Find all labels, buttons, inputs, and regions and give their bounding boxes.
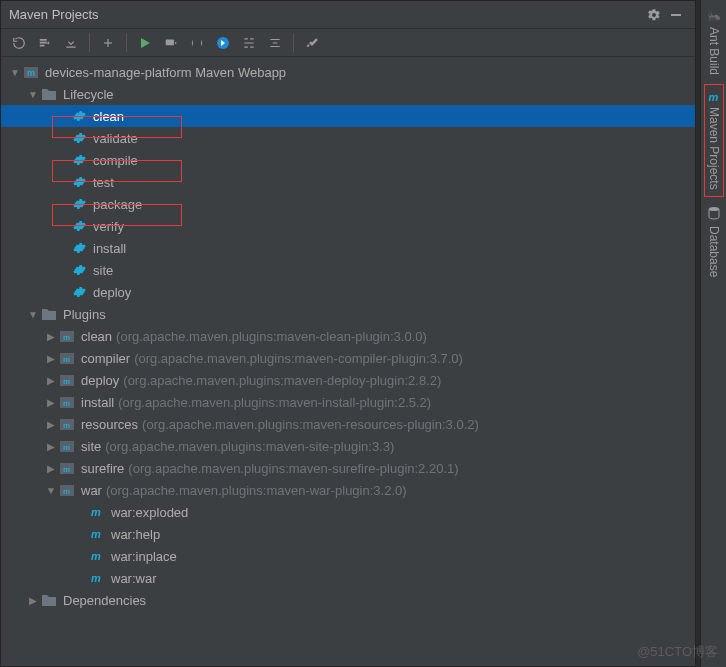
plugin-name: resources [81,417,138,432]
toggle-offline-icon[interactable] [185,31,209,55]
lifecycle-goal-clean[interactable]: ▼ clean [1,105,695,127]
maven-module-icon: m [23,64,39,80]
goal-label: verify [93,219,124,234]
lifecycle-goal-compile[interactable]: ▼ compile [1,149,695,171]
folder-icon [41,86,57,102]
goal-label: package [93,197,142,212]
lifecycle-label: Lifecycle [63,87,114,102]
dependencies-label: Dependencies [63,593,146,608]
gear-icon [71,152,87,168]
generate-sources-icon[interactable] [33,31,57,55]
lifecycle-node[interactable]: ▼ Lifecycle [1,83,695,105]
show-dependencies-icon[interactable] [237,31,261,55]
svg-text:m: m [63,465,70,474]
maven-projects-panel: Maven Projects ▼ m devices-mana [0,0,696,667]
folder-icon [41,592,57,608]
expand-arrow-icon[interactable]: ▶ [45,374,57,386]
expand-arrow-icon[interactable]: ▶ [45,462,57,474]
panel-title: Maven Projects [9,7,99,22]
plugin-detail: (org.apache.maven.plugins:maven-war-plug… [106,483,407,498]
panel-titlebar: Maven Projects [1,1,695,29]
svg-text:m: m [63,487,70,496]
expand-arrow-icon[interactable]: ▼ [45,484,57,496]
expand-arrow-icon[interactable]: ▶ [45,440,57,452]
svg-text:m: m [63,333,70,342]
right-tab-maven-projects[interactable]: m Maven Projects [705,85,723,196]
toolbar-separator [293,34,294,52]
lifecycle-goal-validate[interactable]: ▼ validate [1,127,695,149]
plugin-detail: (org.apache.maven.plugins:maven-resource… [142,417,479,432]
plugin-icon: m [59,328,75,344]
plugin-war-goal-war[interactable]: ▼ m war:war [1,567,695,589]
collapse-all-icon[interactable] [263,31,287,55]
right-tab-ant-build[interactable]: 🐜 Ant Build [705,4,723,81]
expand-arrow-icon[interactable]: ▶ [45,352,57,364]
gear-icon [71,130,87,146]
svg-text:m: m [63,377,70,386]
database-icon [708,206,720,222]
gear-icon [71,108,87,124]
folder-icon [41,306,57,322]
expand-arrow-icon[interactable]: ▼ [27,308,39,320]
maven-goal-icon: m [89,504,105,520]
plugin-icon: m [59,372,75,388]
lifecycle-goal-install[interactable]: ▼ install [1,237,695,259]
goal-label: site [93,263,113,278]
lifecycle-goal-package[interactable]: ▼ package [1,193,695,215]
plugin-deploy[interactable]: ▶ m deploy (org.apache.maven.plugins:mav… [1,369,695,391]
plugin-install[interactable]: ▶ m install (org.apache.maven.plugins:ma… [1,391,695,413]
plugin-name: clean [81,329,112,344]
project-node[interactable]: ▼ m devices-manage-platform Maven Webapp [1,61,695,83]
plugin-clean[interactable]: ▶ m clean (org.apache.maven.plugins:mave… [1,325,695,347]
settings-gear-icon[interactable] [643,4,665,26]
expand-arrow-icon[interactable]: ▶ [45,330,57,342]
plugin-resources[interactable]: ▶ m resources (org.apache.maven.plugins:… [1,413,695,435]
right-tab-database[interactable]: Database [705,200,723,283]
dependencies-node[interactable]: ▶ Dependencies [1,589,695,611]
svg-text:m: m [27,68,35,78]
plugin-war-goal-inplace[interactable]: ▼ m war:inplace [1,545,695,567]
lifecycle-goal-deploy[interactable]: ▼ deploy [1,281,695,303]
lifecycle-goal-verify[interactable]: ▼ verify [1,215,695,237]
execute-goal-icon[interactable] [159,31,183,55]
reimport-icon[interactable] [7,31,31,55]
download-icon[interactable] [59,31,83,55]
goal-label: war:inplace [111,549,177,564]
lifecycle-goal-site[interactable]: ▼ site [1,259,695,281]
lifecycle-goal-test[interactable]: ▼ test [1,171,695,193]
gear-icon [71,284,87,300]
svg-rect-0 [671,14,681,16]
goal-label: war:war [111,571,157,586]
goal-label: validate [93,131,138,146]
maven-icon: m [709,91,719,103]
plugin-war-goal-help[interactable]: ▼ m war:help [1,523,695,545]
plugin-war-goal-exploded[interactable]: ▼ m war:exploded [1,501,695,523]
plugin-name: surefire [81,461,124,476]
expand-arrow-icon[interactable]: ▶ [27,594,39,606]
right-tab-label: Maven Projects [707,107,721,190]
plugin-compiler[interactable]: ▶ m compiler (org.apache.maven.plugins:m… [1,347,695,369]
goal-label: compile [93,153,138,168]
expand-arrow-icon[interactable]: ▶ [45,396,57,408]
maven-tree[interactable]: ▼ m devices-manage-platform Maven Webapp… [1,57,695,666]
svg-point-25 [709,207,719,211]
project-label: devices-manage-platform Maven Webapp [45,65,286,80]
plugin-site[interactable]: ▶ m site (org.apache.maven.plugins:maven… [1,435,695,457]
maven-goal-icon: m [89,548,105,564]
plugins-node[interactable]: ▼ Plugins [1,303,695,325]
gear-icon [71,240,87,256]
plugin-war[interactable]: ▼ m war (org.apache.maven.plugins:maven-… [1,479,695,501]
run-icon[interactable] [133,31,157,55]
expand-arrow-icon[interactable]: ▼ [9,66,21,78]
plugins-label: Plugins [63,307,106,322]
toggle-skip-tests-icon[interactable] [211,31,235,55]
minimize-icon[interactable] [665,4,687,26]
expand-arrow-icon[interactable]: ▼ [27,88,39,100]
svg-text:m: m [91,550,101,562]
expand-arrow-icon[interactable]: ▶ [45,418,57,430]
plugin-name: compiler [81,351,130,366]
plugin-icon: m [59,460,75,476]
maven-settings-icon[interactable] [300,31,324,55]
add-project-icon[interactable] [96,31,120,55]
plugin-surefire[interactable]: ▶ m surefire (org.apache.maven.plugins:m… [1,457,695,479]
